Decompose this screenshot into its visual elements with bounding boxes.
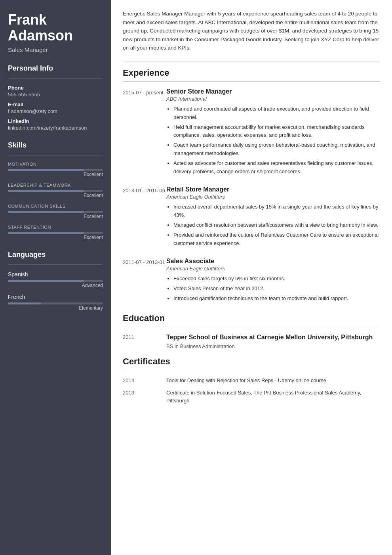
education-school: Tepper School of Business at Carnegie Me… — [166, 333, 380, 342]
experience-title: Retail Store Manager — [166, 186, 380, 193]
education-item: 2011Tepper School of Business at Carnegi… — [123, 333, 380, 349]
experience-bullet: Coach team performance daily using prove… — [173, 141, 380, 158]
skill-bar-fill — [8, 169, 84, 171]
skills-list: MOTIVATIONExcellentLEADERSHIP & TEAMWORK… — [8, 162, 103, 240]
experience-date: 2015-07 - present — [123, 88, 166, 177]
experience-content: Senior Store ManagerABC InternationalPla… — [166, 88, 380, 177]
experience-bullet: Exceeded sales targets by 5% in first si… — [173, 275, 380, 283]
experience-bullet: Introduced gamification techniques to th… — [173, 295, 380, 303]
job-title: Sales Manager — [8, 46, 103, 53]
education-heading: Education — [123, 313, 380, 323]
language-level-label: Elementary — [8, 305, 103, 311]
experience-company: ABC International — [166, 96, 380, 102]
skill-item: STAFF RETENTIONExcellent — [8, 225, 103, 240]
education-degree: BS in Business Administration — [166, 343, 380, 349]
experience-bullet: Acted as advocate for customer and sales… — [173, 159, 380, 176]
experience-company: American Eagle Outfitters — [166, 194, 380, 200]
experience-content: Sales AssociateAmerican Eagle Outfitters… — [166, 258, 380, 304]
phone-label: Phone — [8, 85, 103, 91]
skill-item: LEADERSHIP & TEAMWORKExcellent — [8, 183, 103, 198]
experience-bullet: Planned and coordinated all aspects of t… — [173, 105, 380, 122]
education-content: Tepper School of Business at Carnegie Me… — [166, 333, 380, 349]
language-bar-bg — [8, 302, 103, 304]
candidate-name: Frank Adamson — [8, 12, 103, 43]
experience-item: 2015-07 - presentSenior Store ManagerABC… — [123, 88, 380, 177]
languages-list: SpanishAdvancedFrenchElementary — [8, 271, 103, 311]
experience-item: 2013-01 - 2015-06Retail Store ManagerAme… — [123, 186, 380, 249]
languages-divider — [8, 264, 103, 265]
language-bar-fill — [8, 302, 41, 304]
skill-item: COMMUNICATION SKILLSExcellent — [8, 204, 103, 219]
experience-divider-top — [123, 61, 380, 61]
experience-bullet: Held full management accountability for … — [173, 123, 380, 140]
experience-title: Senior Store Manager — [166, 88, 380, 95]
sidebar: Frank Adamson Sales Manager Personal Inf… — [0, 0, 111, 555]
main-content: Energetic Sales Manager Manager with 5 y… — [111, 0, 392, 555]
experience-divider — [123, 81, 380, 82]
experience-bullet: Increased overall departmental sales by … — [173, 203, 380, 220]
skill-name-label: LEADERSHIP & TEAMWORK — [8, 183, 103, 188]
languages-heading: Languages — [8, 251, 103, 259]
skill-level-label: Excellent — [8, 235, 103, 240]
skill-level-label: Excellent — [8, 214, 103, 219]
certificates-heading: Certificates — [123, 356, 380, 367]
last-name: Adamson — [8, 27, 73, 44]
certificates-divider — [123, 370, 380, 370]
skill-item: MOTIVATIONExcellent — [8, 162, 103, 177]
skill-bar-bg — [8, 169, 103, 171]
experience-date: 2011-07 - 2013-01 — [123, 258, 166, 304]
experience-item: 2011-07 - 2013-01Sales AssociateAmerican… — [123, 258, 380, 304]
experience-bullet: Voted Sales Person of the Year in 2012. — [173, 285, 380, 293]
summary-text: Energetic Sales Manager Manager with 5 y… — [123, 10, 380, 52]
email-label: E-mail — [8, 101, 103, 107]
skill-name-label: STAFF RETENTION — [8, 225, 103, 230]
first-name: Frank — [8, 11, 47, 28]
experience-content: Retail Store ManagerAmerican Eagle Outfi… — [166, 186, 380, 249]
experience-bullet: Provided and reinforced the culture of R… — [173, 231, 380, 248]
skill-bar-bg — [8, 232, 103, 234]
experience-heading: Experience — [123, 68, 380, 78]
experience-bullets: Increased overall departmental sales by … — [166, 203, 380, 247]
certificate-date: 2014 — [123, 377, 166, 385]
skill-name-label: COMMUNICATION SKILLS — [8, 204, 103, 209]
personal-info-heading: Personal Info — [8, 64, 103, 73]
linkedin-label: LinkedIn — [8, 118, 103, 124]
education-date: 2011 — [123, 333, 166, 349]
skills-divider — [8, 155, 103, 155]
email-value: f.adamson@zety.com — [8, 108, 103, 114]
experience-bullets: Exceeded sales targets by 5% in first si… — [166, 275, 380, 302]
certificate-date: 2013 — [123, 389, 166, 404]
skill-bar-fill — [8, 232, 84, 234]
education-list: 2011Tepper School of Business at Carnegi… — [123, 333, 380, 349]
skill-bar-bg — [8, 190, 103, 192]
language-item: FrenchElementary — [8, 294, 103, 311]
language-bar-fill — [8, 280, 84, 282]
experience-company: American Eagle Outfitters — [166, 266, 380, 272]
linkedin-value: linkedin.com/in/zety/frankadamson — [8, 125, 103, 131]
experience-title: Sales Associate — [166, 258, 380, 265]
resume-container: Frank Adamson Sales Manager Personal Inf… — [0, 0, 392, 555]
experience-bullets: Planned and coordinated all aspects of t… — [166, 105, 380, 176]
skills-heading: Skills — [8, 141, 103, 149]
language-bar-bg — [8, 280, 103, 282]
experience-list: 2015-07 - presentSenior Store ManagerABC… — [123, 88, 380, 304]
language-level-label: Advanced — [8, 283, 103, 288]
language-name-label: Spanish — [8, 271, 103, 278]
certificate-item: 2014Tools for Dealing with Rejection for… — [123, 377, 380, 385]
experience-date: 2013-01 - 2015-06 — [123, 186, 166, 249]
skill-bar-fill — [8, 211, 84, 213]
personal-info-divider — [8, 78, 103, 78]
skill-level-label: Excellent — [8, 193, 103, 198]
phone-value: 555-555-5555 — [8, 92, 103, 98]
language-item: SpanishAdvanced — [8, 271, 103, 288]
skill-level-label: Excellent — [8, 172, 103, 177]
education-divider — [123, 327, 380, 327]
certificate-description: Certificate in Solution-Focused Sales, T… — [166, 389, 380, 404]
certificate-item: 2013Certificate in Solution-Focused Sale… — [123, 389, 380, 404]
skill-name-label: MOTIVATION — [8, 162, 103, 166]
skill-bar-fill — [8, 190, 84, 192]
experience-bullet: Managed conflict resolution between staf… — [173, 221, 380, 230]
certificates-list: 2014Tools for Dealing with Rejection for… — [123, 377, 380, 405]
certificate-description: Tools for Dealing with Rejection for Sal… — [166, 377, 380, 385]
skill-bar-bg — [8, 211, 103, 213]
